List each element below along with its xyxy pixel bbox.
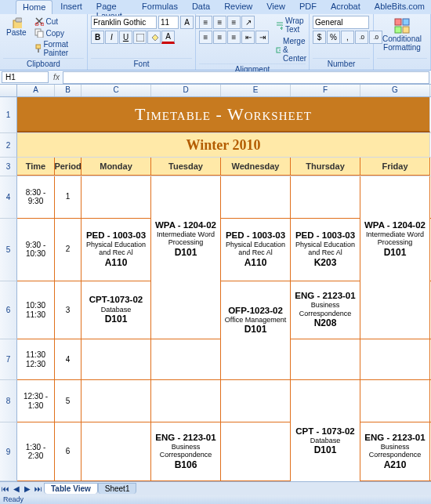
align-top-button[interactable]: ≡ [199,16,212,29]
course-cell[interactable]: PED - 1003-03Physical Education and Rec … [221,219,291,281]
sheet-tab[interactable]: Table View [44,483,98,494]
course-cell[interactable]: ENG - 2123-01Business CorrespondenceN208 [291,281,360,339]
ribbon-tab-pdf[interactable]: PDF [293,0,323,14]
format-painter-button[interactable]: Format Painter [32,39,84,58]
row-header-4[interactable]: 4 [0,176,17,219]
align-left-button[interactable]: ≡ [199,31,212,44]
sheet-tab[interactable]: Sheet1 [98,483,137,494]
course-cell[interactable] [360,339,430,379]
course-cell[interactable] [291,176,360,218]
ribbon-tab-ablebits-com[interactable]: AbleBits.com [368,0,431,14]
row-header-6[interactable]: 6 [0,281,17,340]
name-box[interactable] [2,71,49,83]
course-cell[interactable]: CPT - 1073-02DatabaseD101 [291,401,360,481]
comma-button[interactable]: , [341,31,354,44]
svg-rect-11 [403,19,409,25]
row-header-3[interactable]: 3 [0,158,17,176]
indent-inc-button[interactable]: ⇥ [255,31,269,44]
underline-button[interactable]: U [119,31,132,44]
ribbon-tab-formulas[interactable]: Formulas [136,0,184,14]
currency-button[interactable]: $ [313,31,326,44]
row-header-7[interactable]: 7 [0,339,17,380]
inc-decimal-button[interactable]: .0 [355,31,368,44]
course-cell[interactable]: WPA - 1204-02Intermediate Word Processin… [360,198,430,281]
course-cell[interactable] [360,281,430,339]
course-cell[interactable]: CPT-1073-02DatabaseD101 [81,281,151,339]
col-header-D[interactable]: D [151,85,221,96]
row-header-1[interactable]: 1 [0,97,17,133]
course-cell[interactable] [81,422,151,480]
align-right-button[interactable]: ≡ [227,31,241,44]
row-header-9[interactable]: 9 [0,422,17,481]
next-sheet-button[interactable]: ▶ [22,484,33,493]
align-middle-button[interactable]: ≡ [213,16,226,29]
merge-icon [276,45,281,55]
col-header-F[interactable]: F [291,85,360,96]
indent-dec-button[interactable]: ⇤ [241,31,255,44]
orientation-button[interactable]: ↗ [241,16,255,29]
course-cell[interactable] [221,176,291,218]
fill-color-button[interactable] [147,31,161,44]
course-cell[interactable]: OFP-1023-02Office ManagementD101 [221,281,291,361]
align-bottom-button[interactable]: ≡ [227,16,241,29]
align-center-button[interactable]: ≡ [213,31,226,44]
ribbon-tab-data[interactable]: Data [186,0,216,14]
formula-input[interactable] [63,71,429,84]
svg-rect-6 [36,45,41,49]
course-cell[interactable]: ENG - 2123-01Business CorrespondenceA210 [360,422,430,480]
border-button[interactable] [133,31,147,44]
row-header-8[interactable]: 8 [0,380,17,422]
ribbon-tab-review[interactable]: Review [218,0,259,14]
course-cell[interactable]: PED - 1003-03Physical Education and Rec … [81,219,151,281]
ribbon-tab-page-layout[interactable]: Page Layout [90,0,134,14]
col-header-C[interactable]: C [81,85,151,96]
row-header-2[interactable]: 2 [0,133,17,158]
col-header-E[interactable]: E [221,85,291,96]
grow-font-button[interactable]: A [180,16,194,29]
col-header-A[interactable]: A [17,85,55,96]
course-cell[interactable] [151,380,221,422]
italic-button[interactable]: I [105,31,118,44]
course-cell[interactable] [81,380,151,422]
wrap-text-button[interactable]: Wrap Text [273,16,313,34]
fx-icon[interactable]: fx [50,73,63,82]
copy-button[interactable]: Copy [32,27,84,38]
font-size-select[interactable] [158,16,179,29]
col-header-G[interactable]: G [360,85,430,96]
time-cell: 11:30 12:30 [17,339,55,379]
first-sheet-button[interactable]: ⏮ [0,484,11,493]
conditional-formatting-button[interactable]: Conditional Formatting [377,16,427,53]
col-header-B[interactable]: B [55,85,81,96]
header-cell: Tuesday [151,158,221,175]
merge-center-button[interactable]: Merge & Center [273,36,313,63]
course-cell[interactable]: ENG - 2123-01Business CorrespondenceB106 [151,422,221,480]
number-format-select[interactable] [313,16,369,29]
course-cell[interactable] [291,339,360,379]
course-cell[interactable]: PED - 1003-03Physical Education and Rec … [291,219,360,281]
ribbon-tab-acrobat[interactable]: Acrobat [324,0,367,14]
course-cell[interactable] [81,339,151,379]
course-cell[interactable] [360,380,430,422]
cut-button[interactable]: Cut [32,16,84,27]
font-color-button[interactable]: A [161,31,175,44]
last-sheet-button[interactable]: ⏭ [33,484,44,493]
font-family-select[interactable] [91,16,157,29]
course-cell[interactable] [221,422,291,480]
term-cell: Winter 2010 [17,133,430,157]
bucket-icon [150,34,158,42]
row-header-5[interactable]: 5 [0,219,17,281]
ribbon-tab-view[interactable]: View [260,0,292,14]
cells-area[interactable]: Timetable - WorksheetWinter 2010TimePeri… [17,97,431,481]
percent-button[interactable]: % [327,31,340,44]
course-cell[interactable] [151,339,221,379]
ribbon-tab-home[interactable]: Home [16,0,53,14]
select-all-corner[interactable] [0,85,17,96]
paste-button[interactable]: Paste [3,16,30,38]
course-cell[interactable] [81,176,151,218]
course-cell[interactable] [221,380,291,422]
bold-button[interactable]: B [91,31,104,44]
course-cell[interactable]: WPA - 1204-02Intermediate Word Processin… [151,198,221,281]
prev-sheet-button[interactable]: ◀ [11,484,22,493]
course-cell[interactable] [151,281,221,339]
ribbon-tab-insert[interactable]: Insert [54,0,89,14]
